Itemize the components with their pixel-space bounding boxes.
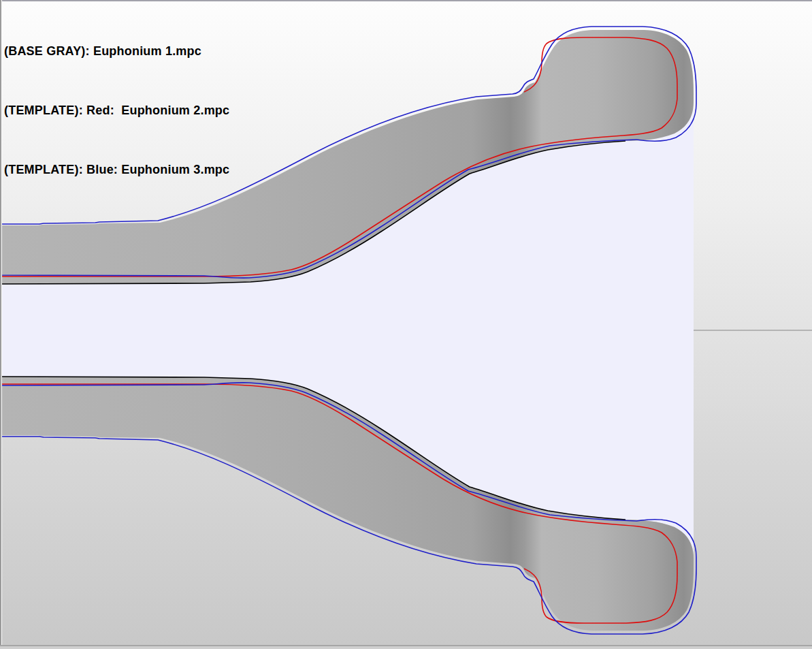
legend-line-template-blue: (TEMPLATE): Blue: Euphonium 3.mpc	[4, 160, 229, 180]
mouthpiece-comparison-window: (BASE GRAY): Euphonium 1.mpc (TEMPLATE):…	[0, 0, 812, 649]
legend-line-base: (BASE GRAY): Euphonium 1.mpc	[4, 42, 229, 61]
legend: (BASE GRAY): Euphonium 1.mpc (TEMPLATE):…	[4, 2, 229, 219]
legend-line-template-red: (TEMPLATE): Red: Euphonium 2.mpc	[4, 101, 229, 121]
